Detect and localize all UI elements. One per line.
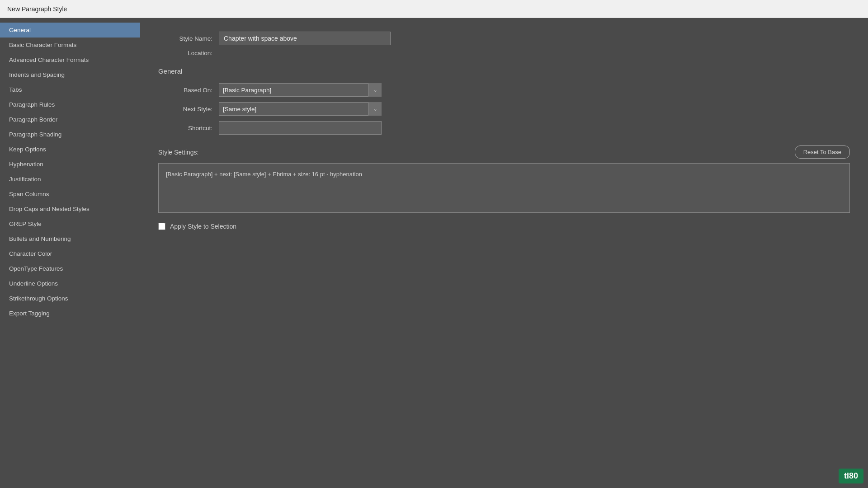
apply-style-label[interactable]: Apply Style to Selection bbox=[170, 223, 236, 230]
style-name-label: Style Name: bbox=[158, 35, 212, 42]
style-settings-header: Style Settings: Reset To Base bbox=[158, 145, 850, 159]
shortcut-row: Shortcut: bbox=[158, 121, 850, 135]
sidebar-item-hyphenation[interactable]: Hyphenation bbox=[0, 157, 140, 172]
based-on-label: Based On: bbox=[158, 87, 212, 94]
shortcut-input[interactable] bbox=[219, 121, 382, 135]
sidebar-item-paragraph-rules[interactable]: Paragraph Rules bbox=[0, 97, 140, 112]
sidebar-item-character-color[interactable]: Character Color bbox=[0, 246, 140, 261]
based-on-select[interactable]: [Basic Paragraph][No Paragraph Style]Nor… bbox=[219, 83, 382, 97]
sidebar-item-keep-options[interactable]: Keep Options bbox=[0, 142, 140, 157]
next-style-row: Next Style: [Same style][Basic Paragraph… bbox=[158, 102, 850, 116]
style-settings-label: Style Settings: bbox=[158, 149, 199, 156]
sidebar-item-paragraph-border[interactable]: Paragraph Border bbox=[0, 112, 140, 127]
sidebar-item-bullets-and-numbering[interactable]: Bullets and Numbering bbox=[0, 231, 140, 246]
sidebar-item-underline-options[interactable]: Underline Options bbox=[0, 276, 140, 291]
style-name-row: Style Name: bbox=[158, 32, 850, 45]
next-style-label: Next Style: bbox=[158, 106, 212, 113]
main-container: GeneralBasic Character FormatsAdvanced C… bbox=[0, 18, 868, 488]
location-label: Location: bbox=[158, 50, 212, 56]
style-settings-text: [Basic Paragraph] + next: [Same style] +… bbox=[166, 171, 362, 178]
reset-to-base-button[interactable]: Reset To Base bbox=[795, 145, 850, 159]
based-on-row: Based On: [Basic Paragraph][No Paragraph… bbox=[158, 83, 850, 97]
location-row: Location: bbox=[158, 50, 850, 56]
shortcut-label: Shortcut: bbox=[158, 125, 212, 131]
sidebar-item-drop-caps-nested-styles[interactable]: Drop Caps and Nested Styles bbox=[0, 202, 140, 216]
general-section-heading: General bbox=[158, 67, 850, 75]
sidebar-item-grep-style[interactable]: GREP Style bbox=[0, 216, 140, 231]
sidebar-item-span-columns[interactable]: Span Columns bbox=[0, 187, 140, 202]
content-area: Style Name: Location: General Based On: … bbox=[140, 18, 868, 488]
window-title: New Paragraph Style bbox=[7, 5, 67, 13]
sidebar-item-export-tagging[interactable]: Export Tagging bbox=[0, 306, 140, 321]
sidebar-item-strikethrough-options[interactable]: Strikethrough Options bbox=[0, 291, 140, 306]
sidebar-item-tabs[interactable]: Tabs bbox=[0, 82, 140, 97]
watermark: tI80 bbox=[839, 469, 863, 483]
sidebar-item-justification[interactable]: Justification bbox=[0, 172, 140, 187]
apply-style-row: Apply Style to Selection bbox=[158, 223, 850, 230]
sidebar-item-advanced-character-formats[interactable]: Advanced Character Formats bbox=[0, 52, 140, 67]
based-on-wrapper: [Basic Paragraph][No Paragraph Style]Nor… bbox=[219, 83, 382, 97]
style-settings-box: [Basic Paragraph] + next: [Same style] +… bbox=[158, 163, 850, 213]
sidebar-item-paragraph-shading[interactable]: Paragraph Shading bbox=[0, 127, 140, 142]
sidebar-item-indents-and-spacing[interactable]: Indents and Spacing bbox=[0, 67, 140, 82]
sidebar: GeneralBasic Character FormatsAdvanced C… bbox=[0, 18, 140, 488]
next-style-wrapper: [Same style][Basic Paragraph]Normal ⌄ bbox=[219, 102, 382, 116]
apply-style-checkbox[interactable] bbox=[158, 223, 165, 230]
title-bar: New Paragraph Style bbox=[0, 0, 868, 18]
sidebar-item-opentype-features[interactable]: OpenType Features bbox=[0, 261, 140, 276]
sidebar-item-general[interactable]: General bbox=[0, 23, 140, 38]
next-style-select[interactable]: [Same style][Basic Paragraph]Normal bbox=[219, 102, 382, 116]
style-name-input[interactable] bbox=[219, 32, 391, 45]
sidebar-item-basic-character-formats[interactable]: Basic Character Formats bbox=[0, 38, 140, 52]
